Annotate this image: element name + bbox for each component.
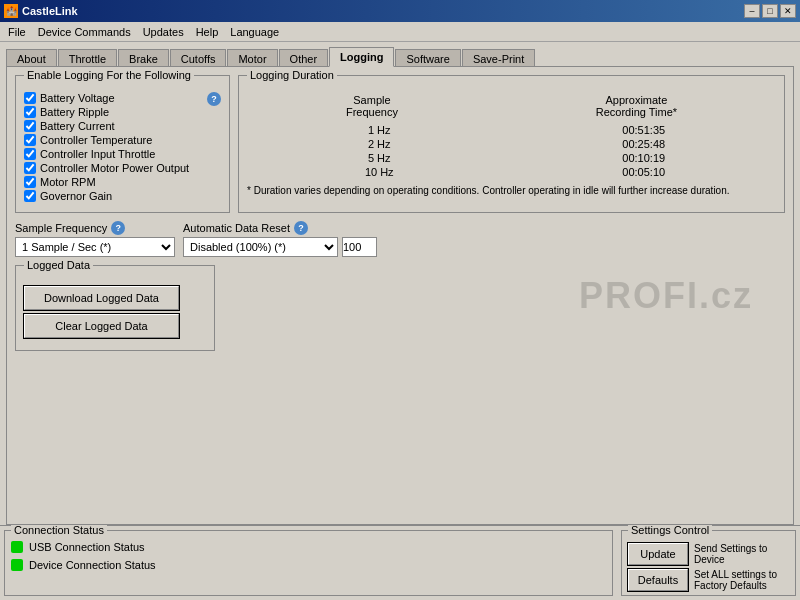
logging-item-3: Controller Temperature xyxy=(24,134,207,146)
label-controller-power: Controller Motor Power Output xyxy=(40,162,189,174)
auto-reset-help-icon[interactable]: ? xyxy=(294,221,308,235)
label-motor-rpm: Motor RPM xyxy=(40,176,96,188)
maximize-button[interactable]: □ xyxy=(762,4,778,18)
checkbox-controller-temp[interactable] xyxy=(24,134,36,146)
tab-logging[interactable]: Logging xyxy=(329,47,394,67)
duration-time-2: 00:10:19 xyxy=(604,152,684,164)
title-bar: 🏰 CastleLink – □ ✕ xyxy=(0,0,800,22)
duration-row-0: 1 Hz 00:51:35 xyxy=(247,124,776,136)
sample-frequency-section: Sample Frequency ? 1 Sample / Sec (*) 2 … xyxy=(15,221,175,257)
duration-col1-header: SampleFrequency xyxy=(346,94,398,118)
clear-logged-data-button[interactable]: Clear Logged Data xyxy=(24,314,179,338)
logging-item-0: Battery Voltage xyxy=(24,92,207,104)
duration-note: * Duration varies depending on operating… xyxy=(247,184,776,197)
app-icon: 🏰 xyxy=(4,4,18,18)
logging-item-7: Governor Gain xyxy=(24,190,207,202)
watermark: PROFI.cz xyxy=(579,275,753,317)
enable-logging-title: Enable Logging For the Following xyxy=(24,69,194,81)
device-status-label: Device Connection Status xyxy=(29,559,156,571)
minimize-button[interactable]: – xyxy=(744,4,760,18)
checkbox-controller-throttle[interactable] xyxy=(24,148,36,160)
logging-item-6: Motor RPM xyxy=(24,176,207,188)
bottom-controls-row: Sample Frequency ? 1 Sample / Sec (*) 2 … xyxy=(15,221,785,257)
menu-help[interactable]: Help xyxy=(190,24,225,40)
menu-device-commands[interactable]: Device Commands xyxy=(32,24,137,40)
logging-duration-title: Logging Duration xyxy=(247,69,337,81)
usb-status-led xyxy=(11,541,23,553)
enable-logging-panel: Enable Logging For the Following Battery… xyxy=(15,75,230,213)
send-settings-label: Send Settings to Device xyxy=(694,543,789,565)
update-button[interactable]: Update xyxy=(628,543,688,565)
device-status-item: Device Connection Status xyxy=(11,559,606,571)
label-controller-temp: Controller Temperature xyxy=(40,134,152,146)
duration-freq-2: 5 Hz xyxy=(339,152,419,164)
sample-frequency-select[interactable]: 1 Sample / Sec (*) 2 Samples / Sec 5 Sam… xyxy=(15,237,175,257)
factory-defaults-label: Set ALL settings to Factory Defaults xyxy=(694,569,789,591)
settings-control-title: Settings Control xyxy=(628,524,712,536)
menu-file[interactable]: File xyxy=(2,24,32,40)
label-battery-voltage: Battery Voltage xyxy=(40,92,115,104)
sample-frequency-label: Sample Frequency xyxy=(15,222,107,234)
window-controls: – □ ✕ xyxy=(744,4,796,18)
checkbox-governor-gain[interactable] xyxy=(24,190,36,202)
checkbox-controller-power[interactable] xyxy=(24,162,36,174)
connection-status-title: Connection Status xyxy=(11,524,107,536)
main-window: File Device Commands Updates Help Langua… xyxy=(0,22,800,600)
label-governor-gain: Governor Gain xyxy=(40,190,112,202)
auto-reset-select[interactable]: Disabled (100%) (*) Enabled (75%) Enable… xyxy=(183,237,338,257)
usb-status-item: USB Connection Status xyxy=(11,541,606,553)
duration-header: SampleFrequency ApproximateRecording Tim… xyxy=(247,94,776,118)
defaults-button[interactable]: Defaults xyxy=(628,569,688,591)
logged-data-title: Logged Data xyxy=(24,259,93,271)
menu-language[interactable]: Language xyxy=(224,24,285,40)
duration-time-1: 00:25:48 xyxy=(604,138,684,150)
connection-status-panel: Connection Status USB Connection Status … xyxy=(4,530,613,596)
sample-frequency-help-icon[interactable]: ? xyxy=(111,221,125,235)
checkbox-motor-rpm[interactable] xyxy=(24,176,36,188)
logging-item-4: Controller Input Throttle xyxy=(24,148,207,160)
duration-freq-3: 10 Hz xyxy=(339,166,419,178)
duration-time-0: 00:51:35 xyxy=(604,124,684,136)
duration-row-3: 10 Hz 00:05:10 xyxy=(247,166,776,178)
status-bar: Connection Status USB Connection Status … xyxy=(0,525,800,600)
duration-time-3: 00:05:10 xyxy=(604,166,684,178)
duration-row-1: 2 Hz 00:25:48 xyxy=(247,138,776,150)
settings-buttons: Update Defaults Send Settings to Device … xyxy=(628,543,789,591)
duration-row-2: 5 Hz 00:10:19 xyxy=(247,152,776,164)
auto-reset-label: Automatic Data Reset xyxy=(183,222,290,234)
logging-item-2: Battery Current xyxy=(24,120,207,132)
logging-item-1: Battery Ripple xyxy=(24,106,207,118)
duration-freq-1: 2 Hz xyxy=(339,138,419,150)
app-title: CastleLink xyxy=(22,5,78,17)
duration-col2-header: ApproximateRecording Time* xyxy=(596,94,677,118)
content-area: PROFI.cz Enable Logging For the Followin… xyxy=(6,66,794,525)
menu-bar: File Device Commands Updates Help Langua… xyxy=(0,22,800,42)
enable-logging-help-icon[interactable]: ? xyxy=(207,92,221,106)
checkbox-battery-ripple[interactable] xyxy=(24,106,36,118)
settings-action-buttons: Update Defaults xyxy=(628,543,688,591)
settings-control-panel: Settings Control Update Defaults Send Se… xyxy=(621,530,796,596)
label-battery-ripple: Battery Ripple xyxy=(40,106,109,118)
logging-item-5: Controller Motor Power Output xyxy=(24,162,207,174)
auto-reset-section: Automatic Data Reset ? Disabled (100%) (… xyxy=(183,221,377,257)
usb-status-label: USB Connection Status xyxy=(29,541,145,553)
download-logged-data-button[interactable]: Download Logged Data xyxy=(24,286,179,310)
logging-duration-panel: Logging Duration SampleFrequency Approxi… xyxy=(238,75,785,213)
close-button[interactable]: ✕ xyxy=(780,4,796,18)
label-controller-throttle: Controller Input Throttle xyxy=(40,148,155,160)
label-battery-current: Battery Current xyxy=(40,120,115,132)
logged-data-panel: Logged Data Download Logged Data Clear L… xyxy=(15,265,215,351)
top-section: Enable Logging For the Following Battery… xyxy=(15,75,785,213)
device-status-led xyxy=(11,559,23,571)
checkbox-battery-voltage[interactable] xyxy=(24,92,36,104)
menu-updates[interactable]: Updates xyxy=(137,24,190,40)
duration-freq-0: 1 Hz xyxy=(339,124,419,136)
tab-bar: About Throttle Brake Cutoffs Motor Other… xyxy=(0,42,800,66)
auto-reset-spinbox[interactable]: 100 xyxy=(342,237,377,257)
checkbox-battery-current[interactable] xyxy=(24,120,36,132)
